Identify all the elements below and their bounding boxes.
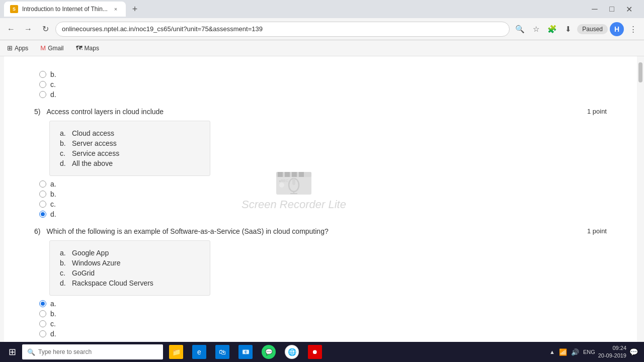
system-tray: ▲ 📶 🔊 ENG — [549, 348, 595, 356]
tab-close-button[interactable]: × — [112, 5, 120, 13]
taskbar-search[interactable]: 🔍 Type here to search — [22, 344, 163, 359]
content-wrapper: b. c. d. 5) Acc — [0, 56, 644, 342]
menu-icon[interactable]: ⋮ — [626, 22, 640, 36]
taskbar-chrome[interactable]: 🌐 — [281, 342, 303, 362]
q6-letter-a: a. — [60, 249, 68, 257]
speaker-icon[interactable]: 🔊 — [571, 348, 579, 356]
new-tab-button[interactable]: + — [128, 2, 142, 16]
time-display: 09:24 20-09-2019 — [598, 344, 626, 360]
q6-answer-options: a. b. c. d. — [39, 300, 607, 338]
question-5-options-box: a. Cloud access b. Server access c. Serv… — [49, 121, 210, 176]
refresh-button[interactable]: ↻ — [38, 22, 52, 36]
back-button[interactable]: ← — [4, 22, 18, 36]
q5-radio-a-label: a. — [50, 180, 56, 188]
gmail-label: Gmail — [48, 45, 63, 52]
q6-letter-b: b. — [60, 259, 68, 267]
q6-radio-d[interactable] — [39, 330, 46, 337]
q6-radio-c[interactable] — [39, 320, 46, 327]
recorder-icon: ⏺ — [308, 345, 322, 359]
notification-icon[interactable]: 💬 — [629, 348, 638, 356]
q6-radio-b[interactable] — [39, 310, 46, 317]
q5-radio-c[interactable] — [39, 201, 46, 208]
question-5-header: 5) Access control layers in cloud includ… — [34, 108, 607, 116]
q5-radio-row-c: c. — [39, 200, 607, 208]
option-b-label: b. — [50, 70, 56, 78]
scrollbar-thumb[interactable] — [638, 62, 642, 82]
quiz-container: b. c. d. 5) Acc — [4, 56, 637, 342]
windows-icon: ⊞ — [9, 346, 16, 357]
q6-letter-c: c. — [60, 269, 68, 277]
bookmark-icon[interactable]: ☆ — [529, 22, 543, 36]
taskbar-outlook[interactable]: 📧 — [234, 342, 257, 362]
radio-d[interactable] — [39, 91, 46, 98]
q5-option-a: a. Cloud access — [60, 129, 200, 137]
outlook-icon: 📧 — [238, 345, 253, 359]
lang-label: ENG — [583, 349, 595, 355]
bookmark-apps[interactable]: ⊞ Apps — [4, 43, 31, 53]
taskbar-edge[interactable]: e — [188, 342, 210, 362]
question-6-points: 1 point — [587, 227, 607, 235]
maximize-button[interactable]: □ — [605, 2, 619, 16]
search-icon[interactable]: 🔍 — [513, 22, 527, 36]
q5-radio-d[interactable] — [39, 211, 46, 218]
taskbar-right: ▲ 📶 🔊 ENG 09:24 20-09-2019 💬 — [549, 344, 642, 360]
q5-radio-a[interactable] — [39, 180, 46, 188]
start-button[interactable]: ⊞ — [2, 342, 22, 362]
q5-radio-row-a: a. — [39, 180, 607, 188]
minimize-button[interactable]: ─ — [588, 2, 602, 16]
q5-answer-options: a. b. c. d. — [39, 180, 607, 218]
q5-text-d: All the above — [72, 159, 113, 167]
edge-icon: e — [192, 345, 206, 359]
q5-letter-d: d. — [60, 159, 68, 167]
browser-tab[interactable]: S Introduction to Internet of Thin... × — [4, 2, 126, 17]
user-avatar[interactable]: H — [610, 22, 624, 36]
q6-radio-row-c: c. — [39, 320, 607, 328]
q6-radio-a[interactable] — [39, 300, 46, 307]
address-bar[interactable]: onlinecourses.nptel.ac.in/noc19_cs65/uni… — [55, 22, 510, 37]
taskbar-apps: 📁 e 🛍 📧 — [165, 342, 549, 362]
search-icon: 🔍 — [27, 348, 35, 356]
taskbar-recorder[interactable]: ⏺ — [304, 342, 326, 362]
q5-radio-b[interactable] — [39, 191, 46, 198]
close-window-button[interactable]: ✕ — [622, 2, 636, 16]
store-icon: 🛍 — [215, 345, 229, 359]
paused-label: Paused — [582, 26, 603, 33]
bookmark-gmail[interactable]: M Gmail — [37, 43, 66, 53]
browser-frame: S Introduction to Internet of Thin... × … — [0, 0, 644, 362]
extensions-icon[interactable]: 🧩 — [545, 22, 559, 36]
taskbar-store[interactable]: 🛍 — [211, 342, 233, 362]
prev-question-options: b. c. d. — [39, 70, 607, 99]
q5-text-b: Server access — [72, 139, 117, 147]
q6-option-a: a. Google App — [60, 249, 200, 257]
chrome-icon: 🌐 — [285, 345, 299, 359]
taskbar-whatsapp[interactable]: 💬 — [258, 342, 280, 362]
q5-text-a: Cloud access — [72, 129, 114, 137]
question-6-number: 6) — [34, 227, 40, 235]
option-d-label: d. — [50, 90, 56, 99]
q5-letter-a: a. — [60, 129, 68, 137]
bookmarks-bar: ⊞ Apps M Gmail 🗺 Maps — [0, 40, 644, 56]
question-5-number: 5) — [34, 108, 40, 116]
forward-button[interactable]: → — [21, 22, 35, 36]
title-bar: S Introduction to Internet of Thin... × … — [0, 0, 644, 18]
tray-expand-icon[interactable]: ▲ — [549, 349, 555, 355]
q5-text-c: Service access — [72, 149, 119, 157]
network-icon[interactable]: 📶 — [559, 348, 567, 356]
clock-date: 20-09-2019 — [598, 352, 626, 359]
gmail-icon: M — [40, 44, 46, 52]
q6-text-c: GoGrid — [72, 269, 95, 277]
q6-option-c: c. GoGrid — [60, 269, 200, 277]
taskbar-file-explorer[interactable]: 📁 — [165, 342, 187, 362]
radio-c[interactable] — [39, 81, 46, 88]
q5-option-c: c. Service access — [60, 149, 200, 157]
taskbar: ⊞ 🔍 Type here to search 📁 e 🛍 — [0, 342, 644, 362]
option-row-c: c. — [39, 80, 607, 88]
q6-text-a: Google App — [72, 249, 109, 257]
question-6-options-box: a. Google App b. Windows Azure c. GoGrid — [49, 240, 210, 296]
bookmark-maps[interactable]: 🗺 Maps — [73, 43, 102, 53]
maps-icon: 🗺 — [76, 44, 83, 52]
radio-b[interactable] — [39, 71, 46, 78]
downloads-icon[interactable]: ⬇ — [561, 22, 575, 36]
scrollbar-right[interactable] — [637, 56, 644, 342]
paused-badge[interactable]: Paused — [577, 24, 608, 34]
